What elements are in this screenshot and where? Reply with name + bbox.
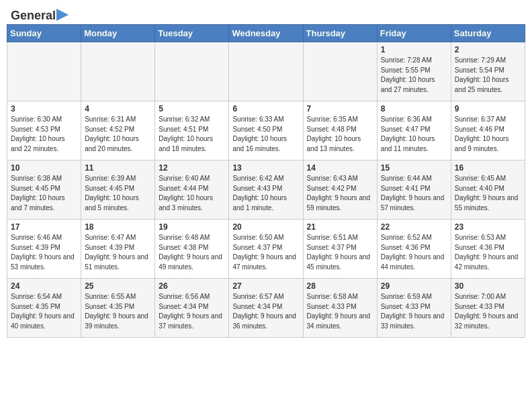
day-cell: 23Sunrise: 6:53 AMSunset: 4:36 PMDayligh… [451, 220, 525, 279]
day-info: Sunrise: 6:32 AMSunset: 4:51 PMDaylight:… [159, 115, 225, 154]
day-cell: 28Sunrise: 6:58 AMSunset: 4:33 PMDayligh… [303, 279, 377, 338]
day-cell: 6Sunrise: 6:33 AMSunset: 4:50 PMDaylight… [229, 101, 303, 161]
week-row-5: 24Sunrise: 6:54 AMSunset: 4:35 PMDayligh… [7, 279, 525, 338]
week-row-4: 17Sunrise: 6:46 AMSunset: 4:39 PMDayligh… [7, 220, 525, 279]
day-cell: 17Sunrise: 6:46 AMSunset: 4:39 PMDayligh… [7, 220, 81, 279]
day-number: 26 [159, 281, 225, 291]
day-info: Sunrise: 6:56 AMSunset: 4:34 PMDaylight:… [159, 292, 225, 331]
day-cell: 24Sunrise: 6:54 AMSunset: 4:35 PMDayligh… [7, 279, 81, 338]
day-number: 11 [85, 163, 151, 173]
calendar-body: 1Sunrise: 7:28 AMSunset: 5:55 PMDaylight… [7, 42, 525, 338]
logo-text-general: General [11, 9, 56, 21]
day-cell: 9Sunrise: 6:37 AMSunset: 4:46 PMDaylight… [451, 101, 525, 161]
day-cell: 1Sunrise: 7:28 AMSunset: 5:55 PMDaylight… [377, 42, 451, 101]
day-number: 8 [381, 104, 447, 113]
day-info: Sunrise: 6:51 AMSunset: 4:37 PMDaylight:… [307, 233, 373, 272]
column-header-wednesday: Wednesday [229, 25, 303, 42]
day-info: Sunrise: 6:55 AMSunset: 4:35 PMDaylight:… [85, 292, 151, 331]
day-number: 29 [381, 281, 447, 291]
day-number: 6 [232, 104, 299, 113]
svg-marker-0 [56, 9, 69, 21]
day-info: Sunrise: 6:33 AMSunset: 4:50 PMDaylight:… [232, 115, 299, 154]
day-cell: 18Sunrise: 6:47 AMSunset: 4:39 PMDayligh… [81, 220, 155, 279]
column-header-thursday: Thursday [303, 25, 377, 42]
column-header-sunday: Sunday [7, 25, 81, 42]
day-cell [81, 42, 155, 101]
day-cell: 7Sunrise: 6:35 AMSunset: 4:48 PMDaylight… [303, 101, 377, 161]
day-info: Sunrise: 6:54 AMSunset: 4:35 PMDaylight:… [11, 292, 77, 331]
day-info: Sunrise: 6:48 AMSunset: 4:38 PMDaylight:… [159, 233, 225, 272]
day-number: 3 [11, 104, 77, 113]
day-cell [229, 42, 303, 101]
page-header: General [0, 0, 532, 24]
day-info: Sunrise: 6:47 AMSunset: 4:39 PMDaylight:… [85, 233, 151, 272]
day-info: Sunrise: 6:36 AMSunset: 4:47 PMDaylight:… [381, 115, 447, 154]
day-info: Sunrise: 7:00 AMSunset: 4:33 PMDaylight:… [455, 292, 521, 331]
day-cell: 27Sunrise: 6:57 AMSunset: 4:34 PMDayligh… [229, 279, 303, 338]
day-info: Sunrise: 6:42 AMSunset: 4:43 PMDaylight:… [232, 174, 299, 213]
column-header-monday: Monday [81, 25, 155, 42]
day-cell: 25Sunrise: 6:55 AMSunset: 4:35 PMDayligh… [81, 279, 155, 338]
day-info: Sunrise: 6:39 AMSunset: 4:45 PMDaylight:… [85, 174, 151, 213]
day-cell [303, 42, 377, 101]
day-cell: 30Sunrise: 7:00 AMSunset: 4:33 PMDayligh… [451, 279, 525, 338]
day-number: 2 [455, 45, 521, 54]
day-info: Sunrise: 7:28 AMSunset: 5:55 PMDaylight:… [381, 56, 447, 95]
day-number: 23 [455, 222, 521, 232]
logo-arrow-icon [56, 9, 69, 21]
day-cell: 20Sunrise: 6:50 AMSunset: 4:37 PMDayligh… [229, 220, 303, 279]
day-cell [155, 42, 229, 101]
calendar-header: SundayMondayTuesdayWednesdayThursdayFrid… [7, 25, 525, 42]
day-cell: 4Sunrise: 6:31 AMSunset: 4:52 PMDaylight… [81, 101, 155, 161]
day-info: Sunrise: 6:58 AMSunset: 4:33 PMDaylight:… [307, 292, 373, 331]
header-row: SundayMondayTuesdayWednesdayThursdayFrid… [7, 25, 525, 42]
day-number: 1 [381, 45, 447, 54]
day-cell: 15Sunrise: 6:44 AMSunset: 4:41 PMDayligh… [377, 161, 451, 220]
day-info: Sunrise: 6:37 AMSunset: 4:46 PMDaylight:… [455, 115, 521, 154]
day-info: Sunrise: 6:53 AMSunset: 4:36 PMDaylight:… [455, 233, 521, 272]
calendar: SundayMondayTuesdayWednesdayThursdayFrid… [0, 24, 532, 343]
day-number: 16 [455, 163, 521, 173]
day-number: 22 [381, 222, 447, 232]
day-info: Sunrise: 6:43 AMSunset: 4:42 PMDaylight:… [307, 174, 373, 213]
day-number: 30 [455, 281, 521, 291]
day-cell: 21Sunrise: 6:51 AMSunset: 4:37 PMDayligh… [303, 220, 377, 279]
day-info: Sunrise: 6:52 AMSunset: 4:36 PMDaylight:… [381, 233, 447, 272]
day-number: 12 [159, 163, 225, 173]
day-cell: 5Sunrise: 6:32 AMSunset: 4:51 PMDaylight… [155, 101, 229, 161]
day-cell: 10Sunrise: 6:38 AMSunset: 4:45 PMDayligh… [7, 161, 81, 220]
day-cell: 3Sunrise: 6:30 AMSunset: 4:53 PMDaylight… [7, 101, 81, 161]
column-header-saturday: Saturday [451, 25, 525, 42]
day-info: Sunrise: 6:38 AMSunset: 4:45 PMDaylight:… [11, 174, 77, 213]
day-cell: 13Sunrise: 6:42 AMSunset: 4:43 PMDayligh… [229, 161, 303, 220]
day-number: 15 [381, 163, 447, 173]
day-info: Sunrise: 7:29 AMSunset: 5:54 PMDaylight:… [455, 56, 521, 95]
day-info: Sunrise: 6:44 AMSunset: 4:41 PMDaylight:… [381, 174, 447, 213]
day-number: 19 [159, 222, 225, 232]
day-info: Sunrise: 6:59 AMSunset: 4:33 PMDaylight:… [381, 292, 447, 331]
day-info: Sunrise: 6:30 AMSunset: 4:53 PMDaylight:… [11, 115, 77, 154]
day-info: Sunrise: 6:35 AMSunset: 4:48 PMDaylight:… [307, 115, 373, 154]
day-number: 18 [85, 222, 151, 232]
day-info: Sunrise: 6:57 AMSunset: 4:34 PMDaylight:… [232, 292, 299, 331]
week-row-2: 3Sunrise: 6:30 AMSunset: 4:53 PMDaylight… [7, 101, 525, 161]
day-info: Sunrise: 6:45 AMSunset: 4:40 PMDaylight:… [455, 174, 521, 213]
day-number: 4 [85, 104, 151, 113]
day-cell: 16Sunrise: 6:45 AMSunset: 4:40 PMDayligh… [451, 161, 525, 220]
day-info: Sunrise: 6:50 AMSunset: 4:37 PMDaylight:… [232, 233, 299, 272]
day-number: 21 [307, 222, 373, 232]
day-number: 17 [11, 222, 77, 232]
day-cell: 26Sunrise: 6:56 AMSunset: 4:34 PMDayligh… [155, 279, 229, 338]
day-number: 24 [11, 281, 77, 291]
day-cell: 29Sunrise: 6:59 AMSunset: 4:33 PMDayligh… [377, 279, 451, 338]
day-number: 25 [85, 281, 151, 291]
week-row-1: 1Sunrise: 7:28 AMSunset: 5:55 PMDaylight… [7, 42, 525, 101]
day-cell: 8Sunrise: 6:36 AMSunset: 4:47 PMDaylight… [377, 101, 451, 161]
day-cell: 11Sunrise: 6:39 AMSunset: 4:45 PMDayligh… [81, 161, 155, 220]
day-cell: 14Sunrise: 6:43 AMSunset: 4:42 PMDayligh… [303, 161, 377, 220]
column-header-friday: Friday [377, 25, 451, 42]
day-number: 10 [11, 163, 77, 173]
day-info: Sunrise: 6:40 AMSunset: 4:44 PMDaylight:… [159, 174, 225, 213]
week-row-3: 10Sunrise: 6:38 AMSunset: 4:45 PMDayligh… [7, 161, 525, 220]
day-number: 20 [232, 222, 299, 232]
